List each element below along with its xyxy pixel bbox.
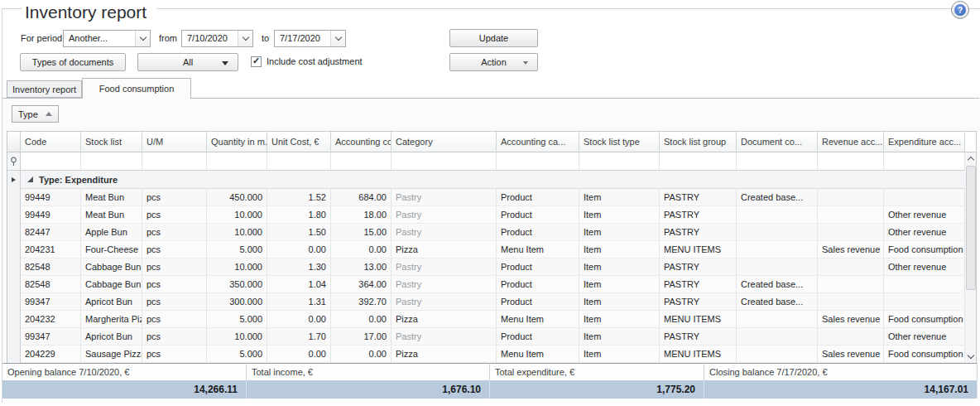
table-cell[interactable]: Product [497,259,579,276]
table-cell[interactable]: Created base... [737,276,818,293]
table-cell[interactable] [884,276,965,293]
table-cell[interactable] [737,241,818,259]
table-cell[interactable] [737,259,818,276]
table-cell[interactable]: Item [579,346,660,363]
table-cell[interactable]: Cabbage Bun [81,276,142,293]
table-cell[interactable] [737,224,818,241]
table-cell[interactable]: 0.00 [267,311,331,328]
table-cell[interactable]: 82548 [21,259,81,276]
table-cell[interactable]: Item [579,206,660,224]
table-cell[interactable]: Pizza [392,346,497,363]
column-header[interactable]: U/M [142,131,207,152]
table-cell[interactable]: Menu Item [497,346,579,363]
column-header[interactable]: Unit Cost, € [267,131,331,152]
filter-cell[interactable] [267,152,331,171]
table-cell[interactable]: pcs [142,293,207,311]
column-header[interactable]: Quantity in m... [207,131,267,152]
table-cell[interactable]: 1.52 [267,189,331,206]
scroll-up-button[interactable] [965,152,977,165]
column-header[interactable]: Accounting co... [331,131,392,152]
period-select[interactable]: Another... [63,30,151,47]
table-cell[interactable]: Created base... [737,293,818,311]
table-cell[interactable]: 0.00 [267,346,331,363]
filter-cell[interactable] [660,152,737,171]
table-row[interactable]: 99347Apricot Bunpcs300.0001.31392.70Past… [7,293,965,311]
column-header[interactable]: Code [21,131,81,152]
table-cell[interactable]: Other revenue [884,206,965,224]
tab-inventory-report[interactable]: Inventory report [7,80,82,98]
include-cost-adjustment-checkbox[interactable] [251,56,262,67]
filter-cell[interactable] [331,152,392,171]
table-cell[interactable]: pcs [142,241,207,259]
group-expanded-icon[interactable] [27,176,33,182]
table-cell[interactable]: Other revenue [884,224,965,241]
table-cell[interactable]: Item [579,189,660,206]
table-cell[interactable]: 82447 [21,224,81,241]
table-cell[interactable]: Apricot Bun [81,293,142,311]
filter-cell[interactable] [142,152,207,171]
table-cell[interactable]: 0.00 [331,311,392,328]
table-cell[interactable]: 10.000 [207,328,267,346]
table-row[interactable]: 82548Cabbage Bunpcs350.0001.04364.00Past… [7,276,965,293]
table-cell[interactable]: Four-Cheese ... [81,241,142,259]
table-cell[interactable]: Pastry [392,189,497,206]
table-cell[interactable]: Margherita Pizza [81,311,142,328]
table-cell[interactable] [737,311,818,328]
table-cell[interactable]: 10.000 [207,206,267,224]
table-cell[interactable]: 204231 [21,241,81,259]
table-cell[interactable]: pcs [142,206,207,224]
from-date-dropdown-button[interactable] [238,31,252,46]
table-cell[interactable]: Product [497,328,579,346]
table-cell[interactable]: MENU ITEMS [660,346,737,363]
table-cell[interactable] [737,206,818,224]
table-cell[interactable]: pcs [142,259,207,276]
column-header[interactable]: Stock list type [579,131,660,152]
table-cell[interactable]: Item [579,328,660,346]
table-cell[interactable]: Pastry [392,206,497,224]
filter-cell[interactable] [21,152,81,171]
table-cell[interactable]: Pastry [392,276,497,293]
table-cell[interactable] [737,328,818,346]
table-cell[interactable]: 204229 [21,346,81,363]
column-header[interactable]: Category [392,131,497,152]
table-cell[interactable] [818,293,884,311]
table-cell[interactable]: 10.000 [207,224,267,241]
filter-cell[interactable] [818,152,884,171]
table-cell[interactable]: 0.00 [267,241,331,259]
table-cell[interactable]: 392.70 [331,293,392,311]
group-row-caption-cell[interactable]: Type: Expenditure [21,171,965,189]
to-date-input[interactable]: 7/17/2020 [274,30,346,47]
table-cell[interactable]: 0.00 [331,346,392,363]
table-cell[interactable]: 0.00 [331,241,392,259]
table-cell[interactable]: pcs [142,224,207,241]
table-cell[interactable] [737,346,818,363]
table-cell[interactable]: Product [497,189,579,206]
column-header[interactable]: Stock list [81,131,142,152]
table-cell[interactable]: 1.70 [267,328,331,346]
table-cell[interactable]: PASTRY [660,189,737,206]
table-row[interactable]: 204231Four-Cheese ...pcs5.0000.000.00Piz… [7,241,965,259]
table-cell[interactable]: Pastry [392,328,497,346]
table-cell[interactable]: Menu Item [497,241,579,259]
table-row[interactable]: 204232Margherita Pizzapcs5.0000.000.00Pi… [7,311,965,328]
table-cell[interactable] [818,189,884,206]
table-cell[interactable]: Meat Bun [81,189,142,206]
table-cell[interactable] [884,189,965,206]
table-cell[interactable]: PASTRY [660,276,737,293]
table-cell[interactable]: Pizza [392,311,497,328]
table-cell[interactable] [884,293,965,311]
table-cell[interactable]: PASTRY [660,328,737,346]
table-row[interactable]: 99347Apricot Bunpcs10.0001.7017.00Pastry… [7,328,965,346]
table-cell[interactable]: Sales revenue [818,311,884,328]
table-cell[interactable]: 1.50 [267,224,331,241]
vertical-scrollbar[interactable] [965,131,977,363]
table-cell[interactable]: 1.80 [267,206,331,224]
table-cell[interactable]: 99449 [21,206,81,224]
column-header[interactable]: Stock list group [660,131,737,152]
table-cell[interactable]: Apple Bun [81,224,142,241]
table-cell[interactable]: 300.000 [207,293,267,311]
table-cell[interactable]: Pizza [392,241,497,259]
table-cell[interactable]: 99449 [21,189,81,206]
table-cell[interactable]: Food consumption [884,241,965,259]
table-cell[interactable]: 82548 [21,276,81,293]
